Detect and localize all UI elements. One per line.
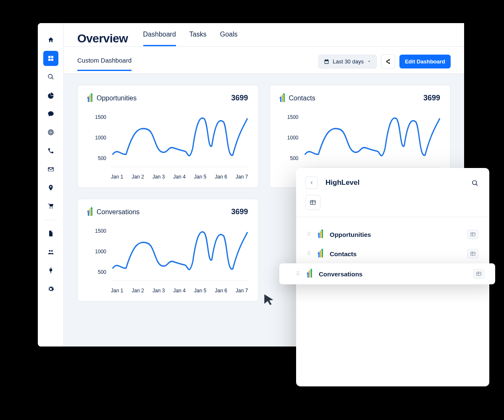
page-title: Overview	[77, 32, 128, 45]
sidebar	[38, 23, 64, 346]
toolbar: Last 30 days Edit Dashboard	[318, 54, 451, 74]
share-button[interactable]	[381, 54, 395, 68]
view-toggle-table-button[interactable]	[305, 195, 320, 210]
file-icon[interactable]	[43, 226, 58, 241]
date-range-button[interactable]: Last 30 days	[318, 55, 377, 68]
arrows-up-icon	[318, 250, 323, 257]
svg-line-8	[476, 184, 478, 186]
edit-dashboard-button[interactable]: Edit Dashboard	[399, 55, 451, 68]
arrows-up-icon	[280, 94, 285, 102]
picker-title: HighLevel	[326, 178, 360, 187]
picker-item-opportunities[interactable]: ⠿ Opportunities	[296, 225, 489, 244]
widget-opportunities: Opportunities 3699 1500 1000 500	[77, 85, 259, 188]
header: Overview Dashboard Tasks Goals	[64, 23, 464, 47]
picker-list: ⠿ Opportunities ⠿ Contacts ⠿ Conversatio…	[296, 217, 489, 292]
table-chip-icon	[467, 230, 478, 239]
drag-handle-icon[interactable]: ⠿	[307, 253, 312, 255]
svg-rect-0	[48, 56, 50, 58]
chevron-down-icon	[367, 59, 371, 63]
table-chip-icon	[473, 269, 484, 278]
widget-value: 3699	[231, 94, 248, 102]
tab-dashboard[interactable]: Dashboard	[143, 31, 176, 46]
tab-tasks[interactable]: Tasks	[189, 31, 207, 46]
back-button[interactable]	[305, 176, 318, 189]
pie-chart-icon[interactable]	[43, 88, 58, 103]
widget-picker-panel: HighLevel ⠿ Opportunities ⠿ Contacts ⠿ C…	[296, 168, 489, 386]
chat-icon[interactable]	[43, 106, 58, 121]
grid-icon[interactable]	[43, 51, 58, 66]
share-icon	[385, 59, 391, 64]
target-icon[interactable]	[43, 125, 58, 140]
picker-item-conversations[interactable]: ⠿ Conversations	[279, 263, 495, 284]
phone-icon[interactable]	[43, 143, 58, 158]
map-pin-icon[interactable]	[43, 180, 58, 195]
chart: 1500 1000 500 Jan 1 Jan 2 Jan 3	[88, 222, 248, 294]
cart-icon[interactable]	[43, 199, 58, 214]
svg-point-6	[50, 132, 51, 133]
svg-rect-1	[51, 56, 53, 58]
svg-rect-3	[51, 59, 53, 61]
svg-rect-9	[310, 200, 315, 204]
picker-item-contacts[interactable]: ⠿ Contacts	[296, 244, 489, 263]
table-icon	[310, 199, 316, 206]
widget-conversations: Conversations 3699 1500 1000 500	[77, 199, 259, 302]
picker-search-button[interactable]	[469, 177, 480, 188]
svg-point-7	[472, 180, 476, 184]
widget-value: 3699	[423, 94, 440, 102]
arrows-up-icon	[307, 270, 312, 278]
drag-handle-icon[interactable]: ⠿	[296, 273, 301, 275]
table-chip-icon	[467, 249, 478, 258]
subtab-custom-dashboard[interactable]: Custom Dashboard	[77, 57, 131, 71]
tabs: Dashboard Tasks Goals	[143, 31, 238, 46]
svg-rect-12	[471, 233, 475, 236]
date-range-label: Last 30 days	[333, 58, 364, 65]
widget-value: 3699	[231, 207, 248, 216]
widget-title: Conversations	[97, 208, 139, 216]
search-icon	[471, 179, 478, 186]
widget-title: Contacts	[289, 94, 315, 102]
picker-item-label: Opportunities	[330, 231, 461, 238]
widget-title: Opportunities	[97, 94, 136, 102]
svg-rect-2	[48, 59, 50, 61]
search-icon[interactable]	[43, 69, 58, 84]
drag-handle-icon[interactable]: ⠿	[307, 234, 312, 236]
picker-item-label: Conversations	[319, 270, 467, 278]
arrows-up-icon	[88, 208, 92, 216]
users-icon[interactable]	[43, 244, 58, 260]
picker-item-label: Contacts	[330, 250, 461, 257]
svg-rect-15	[471, 252, 475, 255]
mail-icon[interactable]	[43, 162, 58, 177]
subtabs: Custom Dashboard	[77, 57, 131, 71]
chevron-left-icon	[309, 180, 314, 185]
svg-rect-18	[477, 272, 481, 276]
tab-goals[interactable]: Goals	[220, 31, 238, 46]
plug-icon[interactable]	[43, 263, 58, 278]
gear-icon[interactable]	[43, 281, 58, 297]
chart: 1500 1000 500 Jan 1 Jan 2 Jan 3	[88, 108, 248, 180]
arrows-up-icon	[88, 94, 92, 102]
arrows-up-icon	[318, 231, 323, 238]
sidebar-divider	[45, 220, 57, 220]
home-icon[interactable]	[43, 32, 58, 47]
subheader: Custom Dashboard Last 30 days Edit Dashb…	[64, 47, 464, 74]
calendar-icon	[324, 59, 329, 64]
